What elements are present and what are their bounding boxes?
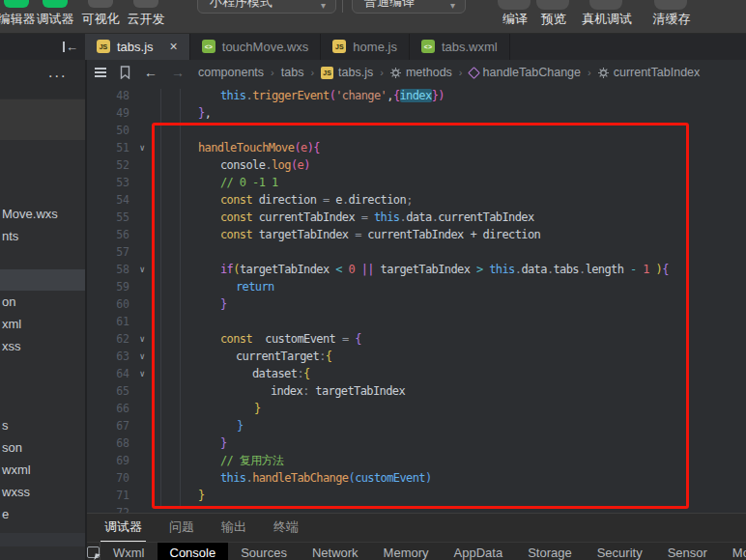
breadcrumb-item-components[interactable]: components: [198, 66, 264, 79]
panel-tab-问题[interactable]: 问题: [169, 518, 194, 536]
code-token: ,: [205, 106, 212, 120]
devtools-tab-storage[interactable]: Storage: [515, 543, 585, 560]
action-button-label: 清缓存: [650, 11, 693, 28]
action-button-icon[interactable]: [498, 0, 531, 10]
action-button-label: 编译: [501, 11, 530, 28]
code-token: 'change': [335, 89, 387, 102]
breadcrumb-item-methods[interactable]: methods: [390, 66, 452, 79]
toolbar-button-2[interactable]: 调试器: [33, 0, 77, 33]
wxml-file-icon: <>: [421, 40, 435, 53]
panel-tab-终端[interactable]: 终端: [273, 518, 299, 536]
devtools-tab-appdata[interactable]: AppData: [442, 543, 516, 560]
panel-tab-调试器[interactable]: 调试器: [104, 518, 142, 536]
explorer-header: [0, 60, 85, 98]
code-text: },: [155, 104, 211, 122]
action-button-label: 真机调试: [579, 11, 635, 28]
editor-tab-tabs-wxml[interactable]: <>tabs.wxml: [410, 33, 510, 60]
action-button-icon[interactable]: [536, 0, 569, 10]
file-tree-item[interactable]: Move.wxs: [2, 207, 58, 226]
breadcrumb-separator: ›: [380, 67, 384, 78]
line-number: 65: [87, 382, 129, 400]
tab-label: home.js: [353, 40, 397, 54]
line-number: 60: [87, 295, 129, 313]
action-button-icon[interactable]: [654, 0, 687, 10]
explorer-selected-row[interactable]: [0, 269, 85, 291]
symbol-method-icon: [468, 67, 480, 79]
action-button-icon[interactable]: [589, 0, 622, 10]
editor-tab-tabs-js[interactable]: JStabs.js×: [85, 33, 190, 60]
tab-label: tabs.wxml: [442, 40, 498, 54]
devtools-tab-security[interactable]: Security: [585, 543, 655, 560]
line-number: 57: [87, 243, 129, 261]
collapse-sidebar-icon[interactable]: ←: [58, 38, 83, 55]
js-file-icon: JS: [97, 40, 110, 53]
toolbar-button-label: 云开发: [124, 11, 168, 28]
devtools-tab-wxml[interactable]: Wxml: [100, 543, 158, 560]
editor-tab-home-js[interactable]: JShome.js: [321, 33, 410, 60]
annotation-highlight-rectangle: [152, 123, 689, 509]
editor-breadcrumb-row: ← → components›tabs›JStabs.js›methods›ha…: [87, 60, 746, 85]
breadcrumb-separator: ›: [459, 67, 463, 78]
line-number: 68: [87, 434, 129, 452]
toolbar-button-label: 调试器: [33, 11, 77, 28]
breadcrumb-item-tabs[interactable]: tabs: [281, 66, 304, 79]
toolbar-button-4[interactable]: 云开发: [124, 0, 168, 33]
js-file-icon: JS: [332, 40, 346, 53]
line-number: 52: [87, 156, 129, 174]
devtools-tab-network[interactable]: Network: [300, 543, 371, 560]
breadcrumb-item-tabs.js[interactable]: JStabs.js: [321, 66, 373, 79]
line-number: 58: [87, 261, 129, 278]
file-tree-item[interactable]: xml: [2, 317, 21, 336]
breadcrumb-item-currentTabIndex[interactable]: currentTabIndex: [598, 66, 701, 79]
mode-select[interactable]: 小程序模式 ▾: [197, 0, 336, 14]
devtools-tab-memory[interactable]: Memory: [371, 543, 442, 560]
line-number: 56: [87, 226, 129, 243]
line-number: 70: [87, 469, 129, 487]
devtools-tab-sources[interactable]: Sources: [228, 543, 300, 560]
file-tree-item[interactable]: wxss: [2, 485, 30, 504]
toolbar-button-3[interactable]: 可视化: [78, 0, 123, 33]
code-line-49[interactable]: 49},: [87, 104, 746, 122]
devtools-tab-console[interactable]: Console: [158, 543, 229, 560]
file-tree-item[interactable]: s: [2, 418, 9, 437]
file-tree-item[interactable]: e: [2, 507, 9, 526]
code-text: this.triggerEvent('change',{index}): [155, 87, 445, 104]
compile-mode-select[interactable]: 普通编译 ▾: [352, 0, 466, 14]
line-number: 71: [87, 487, 129, 504]
line-number: 51: [87, 139, 129, 156]
wechat-devtools-window: ... Move.wxsntsonxmlxssssonwxmlwxsse 编辑器…: [0, 0, 746, 560]
panel-tab-输出[interactable]: 输出: [221, 518, 246, 536]
line-number: 54: [87, 191, 129, 209]
navigate-forward-icon[interactable]: →: [171, 65, 185, 80]
action-button-label: 预览: [539, 11, 568, 28]
fold-gutter: [129, 87, 155, 104]
line-number: 61: [87, 313, 129, 330]
breadcrumb-separator: ›: [310, 67, 314, 78]
breadcrumb-item-handleTabChange[interactable]: handleTabChange: [470, 66, 581, 79]
chevron-down-icon: ▾: [321, 0, 326, 11]
editor-tab-touchMove-wxs[interactable]: <>touchMove.wxs: [190, 33, 322, 60]
code-token: }: [198, 106, 205, 120]
explorer-more-menu[interactable]: ...: [48, 64, 67, 81]
toolbar-button-label: 可视化: [78, 11, 123, 28]
file-tree-item[interactable]: nts: [2, 229, 18, 248]
editor-tab-bar: ← JStabs.js×<>touchMove.wxsJShome.js<>ta…: [0, 33, 746, 60]
navigate-back-icon[interactable]: ←: [144, 65, 158, 80]
outline-list-icon[interactable]: [95, 68, 106, 77]
file-tree-item[interactable]: xss: [2, 339, 21, 358]
explorer-hover-row: [0, 533, 85, 546]
devtools-tab-mock[interactable]: Mock: [720, 543, 746, 560]
inspect-element-icon[interactable]: [87, 543, 100, 560]
line-number: 53: [87, 174, 129, 191]
devtools-tab-sensor[interactable]: Sensor: [655, 543, 720, 560]
close-icon[interactable]: ×: [170, 40, 178, 53]
file-tree-item[interactable]: son: [2, 440, 22, 460]
code-token: this: [220, 89, 246, 102]
bookmark-icon[interactable]: [120, 66, 130, 79]
file-tree-item[interactable]: wxml: [2, 462, 31, 482]
code-line-48[interactable]: 48this.triggerEvent('change',{index}): [87, 87, 746, 104]
file-tree-item[interactable]: on: [2, 294, 15, 314]
line-number: 67: [87, 417, 129, 434]
line-number: 69: [87, 452, 129, 469]
line-number: 50: [87, 122, 129, 139]
